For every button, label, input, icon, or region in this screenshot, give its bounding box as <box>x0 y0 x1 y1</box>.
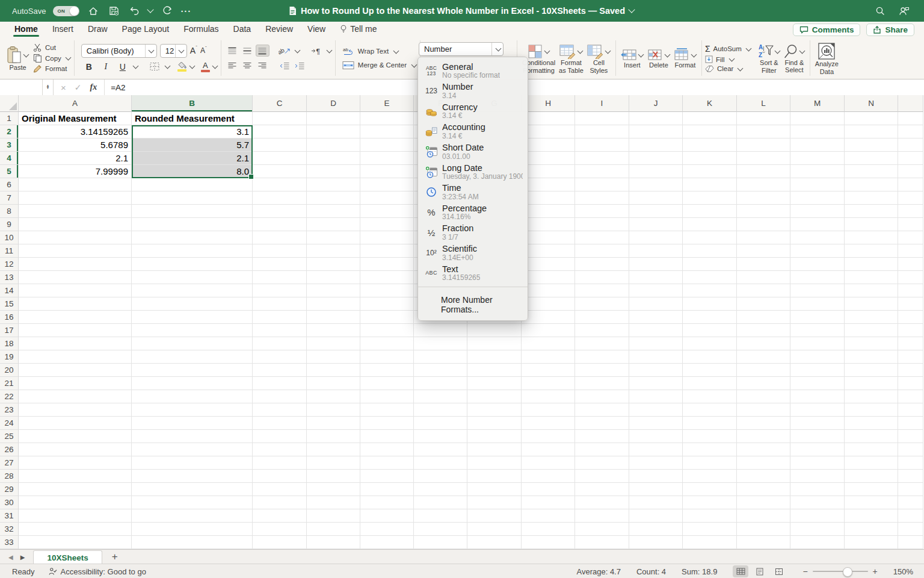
undo-icon[interactable] <box>128 4 141 17</box>
cell-K9[interactable] <box>683 218 737 231</box>
cell-H32[interactable] <box>522 523 575 536</box>
cell-K8[interactable] <box>683 205 737 218</box>
cell-I12[interactable] <box>575 258 629 271</box>
text-direction-button[interactable]: ¶ <box>309 45 324 57</box>
cell-H33[interactable] <box>522 536 575 549</box>
cell-F30[interactable] <box>414 496 467 509</box>
cell-H29[interactable] <box>522 483 575 496</box>
tab-view[interactable]: View <box>301 22 331 37</box>
cell-M32[interactable] <box>790 523 845 536</box>
format-menu-item-accounting[interactable]: Accounting3.14 € <box>418 122 528 142</box>
cell-K24[interactable] <box>683 417 737 430</box>
name-box[interactable] <box>0 79 43 95</box>
cell-x3[interactable] <box>898 138 923 152</box>
format-menu-item-general[interactable]: ABC123GeneralNo specific format <box>418 61 528 81</box>
cell-A16[interactable] <box>19 311 132 324</box>
cell-A33[interactable] <box>19 536 132 549</box>
merge-center-button[interactable]: Merge & Center <box>342 61 417 70</box>
cell-C15[interactable] <box>253 297 307 311</box>
cell-E2[interactable] <box>360 125 414 138</box>
cell-E29[interactable] <box>360 483 414 496</box>
cell-H16[interactable] <box>522 311 575 324</box>
cell-L28[interactable] <box>737 470 790 483</box>
cell-J25[interactable] <box>629 430 683 443</box>
cell-I2[interactable] <box>575 125 629 138</box>
cell-E25[interactable] <box>360 430 414 443</box>
cell-E14[interactable] <box>360 284 414 297</box>
cell-N24[interactable] <box>845 417 898 430</box>
cell-E13[interactable] <box>360 271 414 284</box>
tab-insert[interactable]: Insert <box>46 22 79 37</box>
cell-A18[interactable] <box>19 337 132 350</box>
cell-x1[interactable] <box>898 112 923 125</box>
cell-B5[interactable]: 8.0 <box>132 165 253 178</box>
zoom-level[interactable]: 150% <box>893 567 913 576</box>
cell-x24[interactable] <box>898 417 923 430</box>
row-header-26[interactable]: 26 <box>0 443 19 456</box>
cell-D13[interactable] <box>307 271 360 284</box>
cell-D9[interactable] <box>307 218 360 231</box>
cell-G17[interactable] <box>467 324 522 337</box>
cell-M23[interactable] <box>790 403 845 417</box>
cell-K6[interactable] <box>683 178 737 191</box>
cell-B11[interactable] <box>132 244 253 258</box>
cell-H3[interactable] <box>522 138 575 152</box>
status-average[interactable]: Average: 4.7 <box>576 567 620 576</box>
cell-M30[interactable] <box>790 496 845 509</box>
select-all-corner[interactable] <box>0 95 19 112</box>
cell-L23[interactable] <box>737 403 790 417</box>
cell-H27[interactable] <box>522 456 575 470</box>
cell-G25[interactable] <box>467 430 522 443</box>
cell-D3[interactable] <box>307 138 360 152</box>
cell-x8[interactable] <box>898 205 923 218</box>
cell-M28[interactable] <box>790 470 845 483</box>
cell-E32[interactable] <box>360 523 414 536</box>
column-header-M[interactable]: M <box>790 95 845 112</box>
cell-x19[interactable] <box>898 350 923 364</box>
cell-H28[interactable] <box>522 470 575 483</box>
format-menu-item-text[interactable]: ABCText3.14159265 <box>418 263 528 284</box>
cell-N33[interactable] <box>845 536 898 549</box>
cell-F27[interactable] <box>414 456 467 470</box>
cell-x4[interactable] <box>898 152 923 165</box>
cell-N6[interactable] <box>845 178 898 191</box>
redo-icon[interactable] <box>160 4 173 17</box>
cell-H22[interactable] <box>522 390 575 403</box>
zoom-slider[interactable] <box>813 571 868 572</box>
tab-data[interactable]: Data <box>227 22 257 37</box>
font-family-select[interactable]: Calibri (Body) <box>81 44 157 58</box>
column-header-E[interactable]: E <box>360 95 414 112</box>
insert-function-icon[interactable]: fx <box>90 82 97 92</box>
cell-M11[interactable] <box>790 244 845 258</box>
cell-x29[interactable] <box>898 483 923 496</box>
find-select-button[interactable]: Find & Select <box>782 42 807 75</box>
cell-B15[interactable] <box>132 297 253 311</box>
cell-B12[interactable] <box>132 258 253 271</box>
cell-x13[interactable] <box>898 271 923 284</box>
cell-E24[interactable] <box>360 417 414 430</box>
format-painter-button[interactable]: Format <box>33 64 71 73</box>
tab-review[interactable]: Review <box>259 22 299 37</box>
cell-C27[interactable] <box>253 456 307 470</box>
cell-F17[interactable] <box>414 324 467 337</box>
cell-G22[interactable] <box>467 390 522 403</box>
cell-J11[interactable] <box>629 244 683 258</box>
cell-L14[interactable] <box>737 284 790 297</box>
cell-A5[interactable]: 7.99999 <box>19 165 132 178</box>
cell-x30[interactable] <box>898 496 923 509</box>
column-header-C[interactable]: C <box>253 95 307 112</box>
cell-N27[interactable] <box>845 456 898 470</box>
cell-E23[interactable] <box>360 403 414 417</box>
italic-button[interactable]: I <box>98 61 114 73</box>
cell-H2[interactable] <box>522 125 575 138</box>
cell-A24[interactable] <box>19 417 132 430</box>
cell-B20[interactable] <box>132 364 253 377</box>
cell-J27[interactable] <box>629 456 683 470</box>
cell-I14[interactable] <box>575 284 629 297</box>
row-header-12[interactable]: 12 <box>0 258 19 271</box>
cell-B7[interactable] <box>132 191 253 205</box>
cell-F32[interactable] <box>414 523 467 536</box>
cell-C10[interactable] <box>253 231 307 244</box>
cell-J3[interactable] <box>629 138 683 152</box>
column-header-D[interactable]: D <box>307 95 360 112</box>
